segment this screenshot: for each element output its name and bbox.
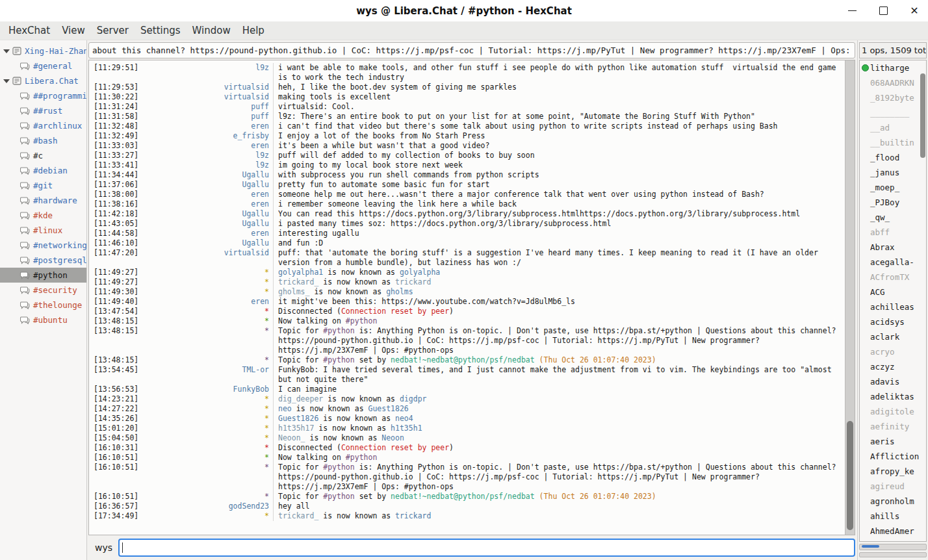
sidebar-item-debian[interactable]: #debian	[0, 163, 86, 178]
chat-nick: *	[141, 424, 274, 433]
chat-timestamp: [11:31:24]	[89, 102, 141, 112]
user-list-item[interactable]: ACfromTX	[860, 270, 926, 285]
user-list-item[interactable]: _8192byte	[860, 90, 926, 105]
chat-timestamp: [11:29:51]	[89, 63, 141, 83]
chat-message: puff will def added to my collection of …	[274, 151, 845, 160]
text-caret	[122, 542, 123, 553]
menu-window[interactable]: Window	[187, 25, 237, 36]
meters	[858, 542, 928, 560]
chat-message: pretty fun to automate some basic fun fo…	[274, 180, 845, 190]
expander-down-icon[interactable]	[3, 49, 10, 53]
chat-timestamp: [15:01:20]	[89, 424, 141, 433]
sidebar-item-security[interactable]: #security	[0, 283, 86, 298]
user-list-item[interactable]: achilleas	[860, 299, 926, 314]
channel-icon	[20, 271, 30, 279]
chat-scrollbar[interactable]	[845, 60, 855, 535]
user-list-item[interactable]: 068AADRKN	[860, 75, 926, 90]
tree-item-label: #networking	[33, 240, 86, 250]
user-list-item[interactable]: ahills	[860, 509, 926, 524]
user-list-item[interactable]: litharge	[860, 60, 926, 75]
user-list-item[interactable]: acryo	[860, 344, 926, 359]
sidebar-item-linux[interactable]: #linux	[0, 223, 86, 238]
sidebar-item-postgresql[interactable]: #postgresql	[0, 253, 86, 268]
sidebar-item-rust[interactable]: ##rust	[0, 103, 86, 118]
sidebar-item-networking[interactable]: #networking	[0, 238, 86, 253]
user-list-item[interactable]: aeris	[860, 434, 926, 449]
sidebar-item-archlinux[interactable]: #archlinux	[0, 118, 86, 133]
minimize-button[interactable]	[846, 5, 858, 17]
sidebar-item-python[interactable]: #python	[0, 268, 86, 283]
user-list-item[interactable]: ACG	[860, 285, 926, 299]
user-list-item[interactable]: aczyz	[860, 359, 926, 374]
message-input[interactable]	[118, 539, 855, 557]
user-list-item[interactable]: _flood	[860, 150, 926, 165]
chat-line: [13:48:15]*Topic for #python is: Anythin…	[89, 326, 845, 355]
sidebar-item-kde[interactable]: #kde	[0, 208, 86, 223]
chat-nick: eren	[141, 190, 274, 199]
sidebar-item-ubuntu[interactable]: #ubuntu	[0, 312, 86, 327]
userlist-scrollbar-thumb[interactable]	[920, 73, 925, 158]
user-list-item[interactable]: AhmedAmer	[860, 524, 926, 539]
expander-down-icon[interactable]	[3, 79, 10, 83]
chat-nick: virtualsid	[141, 248, 274, 268]
sidebar-item-git[interactable]: #git	[0, 178, 86, 193]
user-list-item[interactable]: adeliktas	[860, 389, 926, 404]
chat-nick: eren	[141, 229, 274, 238]
user-list-item[interactable]: acegalla-	[860, 255, 926, 270]
user-list-item[interactable]: _janus	[860, 165, 926, 180]
user-list-item[interactable]: __builtin	[860, 135, 926, 150]
sidebar-item-hardware[interactable]: #hardware	[0, 193, 86, 208]
tree-server-Xing-Hai-Zhang[interactable]: Xing-Hai-Zhang	[0, 44, 86, 58]
user-list-item[interactable]: acidsys	[860, 314, 926, 329]
user-list-item[interactable]: Abrax	[860, 240, 926, 255]
chat-nick: eren	[141, 141, 274, 151]
sidebar-item-programming[interactable]: ##programming	[0, 88, 86, 103]
chat-timestamp: [11:43:05]	[89, 219, 141, 229]
user-list-item[interactable]: adigitole	[860, 404, 926, 419]
lag-meter	[859, 544, 927, 550]
close-button[interactable]: ✕	[909, 5, 920, 17]
user-list-item[interactable]: _moep_	[860, 180, 926, 195]
window-title: wys @ Libera.Chat / #python - HexChat	[356, 5, 572, 17]
user-list-item[interactable]: aefinity	[860, 419, 926, 434]
topic-input[interactable]: about this channel? https://pound-python…	[88, 42, 855, 58]
tree-server-Libera.Chat[interactable]: Libera.Chat	[0, 73, 86, 88]
user-nick: aeris	[870, 437, 895, 446]
user-nick: adigitole	[870, 407, 914, 416]
chat-timestamp: [11:33:41]	[89, 160, 141, 170]
sidebar-item-c[interactable]: #c	[0, 148, 86, 163]
chat-nick: *	[141, 277, 274, 287]
user-list-item[interactable]: agireud	[860, 479, 926, 494]
chat-message: i pasted many times soz: https://docs.py…	[274, 219, 845, 229]
sidebar-item-general[interactable]: #general	[0, 58, 86, 73]
user-list-item[interactable]: aclark	[860, 329, 926, 344]
user-list-item[interactable]: ________	[860, 105, 926, 120]
user-list-item[interactable]: agronholm	[860, 494, 926, 509]
chat-line: [16:10:51]*Now talking on #python	[89, 453, 845, 463]
menu-help[interactable]: Help	[237, 25, 270, 36]
userlist-rows: litharge068AADRKN_8192byte__________ad__…	[860, 60, 926, 539]
chat-scrollbar-thumb[interactable]	[847, 421, 853, 530]
chat-nick: *	[141, 443, 274, 453]
chat-timestamp: [13:48:15]	[89, 326, 141, 355]
menu-settings[interactable]: Settings	[135, 25, 187, 36]
chat-nick: eren	[141, 199, 274, 209]
menu-bar: HexChatViewServerSettingsWindowHelp	[0, 21, 928, 40]
chat-line: [11:38:16]ereni remember someone leaving…	[89, 199, 845, 209]
user-list-item[interactable]: adavis	[860, 374, 926, 389]
user-list-item[interactable]: Affliction	[860, 449, 926, 464]
user-list-item[interactable]: afropy_ke	[860, 464, 926, 479]
user-list-item[interactable]: _qw_	[860, 210, 926, 225]
user-list-item[interactable]: _PJBoy	[860, 195, 926, 210]
user-list-item[interactable]: abff	[860, 225, 926, 240]
sidebar-item-thelounge[interactable]: #thelounge	[0, 298, 86, 312]
chat-line: [14:27:22]*neo is now known as Guest1826	[89, 404, 845, 414]
chat-timestamp: [16:10:51]	[89, 453, 141, 463]
menu-server[interactable]: Server	[91, 25, 135, 36]
menu-hexchat[interactable]: HexChat	[3, 25, 56, 36]
maximize-button[interactable]	[877, 5, 889, 17]
user-list-item[interactable]: __ad	[860, 120, 926, 135]
chat-message: and fun :D	[274, 238, 845, 248]
menu-view[interactable]: View	[56, 25, 91, 36]
sidebar-item-bash[interactable]: #bash	[0, 133, 86, 148]
